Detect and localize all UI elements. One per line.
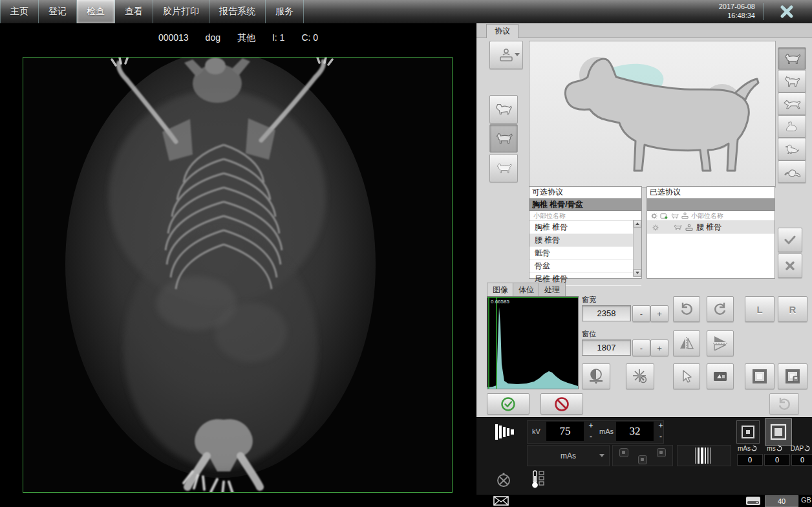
beam-icon: [495, 423, 515, 441]
annotation-tool-button[interactable]: [707, 363, 734, 389]
patient-id: 000013: [158, 32, 189, 44]
scroll-down-icon[interactable]: [634, 269, 641, 277]
exposure-mode-dropdown[interactable]: mAs: [527, 445, 610, 466]
dog-size-medium-button[interactable]: [489, 124, 518, 153]
aec-chamber-right-button[interactable]: [657, 448, 666, 457]
density-selector[interactable]: [677, 445, 731, 466]
dog-icon: [782, 52, 802, 66]
menu-item-view[interactable]: 查看: [115, 0, 153, 23]
window-level-value[interactable]: 1807: [582, 340, 631, 356]
image-viewer[interactable]: 000013 dog 其他 I: 1 C: 0: [0, 23, 476, 495]
topbar-separator: [764, 3, 764, 20]
species-cat-button[interactable]: [778, 70, 806, 92]
save-image-button[interactable]: [778, 363, 807, 389]
tab-position[interactable]: 体位: [513, 283, 540, 297]
reset-button[interactable]: [769, 393, 799, 415]
species-reptile-button[interactable]: [778, 160, 806, 183]
menu-item-film-print[interactable]: 胶片打印: [153, 0, 209, 23]
mas-value: 32: [616, 422, 654, 441]
rotate-ccw-button[interactable]: [673, 296, 700, 322]
pointer-tool-button[interactable]: [673, 363, 700, 389]
species-dog-button[interactable]: [778, 47, 806, 70]
close-button[interactable]: [773, 3, 800, 21]
square-frame-icon: [752, 369, 767, 384]
ms-gauge-value: 0: [764, 454, 790, 466]
menu-item-service[interactable]: 服务: [266, 0, 304, 23]
aec-chamber-left-button[interactable]: [619, 448, 628, 457]
menu-item-exam[interactable]: 检查: [77, 0, 115, 23]
menu-item-register[interactable]: 登记: [39, 0, 77, 23]
scroll-up-icon[interactable]: [634, 220, 641, 228]
anatomy-diagram[interactable]: [529, 41, 776, 188]
dap-gauge-label: DAP: [788, 445, 812, 452]
cursor-icon: [680, 369, 693, 383]
selected-protocol-label: 腰 椎骨: [696, 221, 721, 233]
enhance-button[interactable]: [626, 363, 654, 389]
message-envelope-icon[interactable]: [493, 496, 509, 506]
selected-protocols-title: 已选协议: [647, 187, 775, 199]
tab-processing[interactable]: 处理: [539, 283, 566, 297]
kv-plus-button[interactable]: +: [585, 420, 597, 430]
window-width-label: 窗宽: [582, 295, 596, 305]
dog-size-small-button[interactable]: [489, 154, 518, 182]
contrast-button[interactable]: [582, 363, 610, 389]
protocol-item-lumbar[interactable]: 腰 椎骨: [529, 234, 641, 247]
protocol-item-sacrum[interactable]: 骶骨: [529, 247, 641, 260]
date-text: 2017-06-08: [719, 2, 755, 11]
rotate-cw-button[interactable]: [707, 296, 734, 322]
window-level-minus-button[interactable]: -: [632, 340, 650, 356]
menu-item-report-system[interactable]: 报告系统: [209, 0, 266, 23]
flip-horizontal-icon: [679, 336, 694, 351]
flip-horizontal-button[interactable]: [673, 330, 700, 356]
species-rabbit-button[interactable]: [778, 115, 806, 138]
flip-vertical-button[interactable]: [707, 330, 734, 356]
dog-size-large-button[interactable]: [489, 95, 518, 124]
dog-mini-icon: [670, 213, 679, 219]
time-text: 16:48:34: [719, 11, 755, 20]
histogram[interactable]: 0.66585: [487, 296, 579, 389]
protocol-group-header[interactable]: 胸椎 椎骨/骨盆: [529, 199, 641, 211]
tab-image[interactable]: 图像: [487, 283, 514, 297]
reject-icon: [554, 396, 570, 412]
histogram-marker-value: 0.66585: [491, 299, 509, 305]
focal-spot-small-button[interactable]: [736, 420, 760, 444]
available-list-scrollbar[interactable]: [633, 220, 641, 277]
dog-silhouette-graphic: [529, 41, 774, 186]
chevron-down-icon: [515, 53, 520, 56]
exposure-mode-value: mAs: [561, 451, 576, 460]
marker-right-button[interactable]: R: [778, 296, 807, 322]
window-level-plus-button[interactable]: +: [650, 340, 668, 356]
menu-item-home[interactable]: 主页: [0, 0, 39, 23]
mas-minus-button[interactable]: -: [655, 431, 667, 441]
window-width-plus-button[interactable]: +: [650, 305, 668, 322]
table-mini-icon: [681, 212, 689, 219]
mas-plus-button[interactable]: +: [655, 420, 667, 430]
accept-image-button[interactable]: [487, 393, 529, 415]
flip-vertical-icon: [712, 336, 728, 351]
radiograph-image[interactable]: [23, 57, 453, 493]
border-view-button[interactable]: [745, 363, 775, 389]
patient-position-button[interactable]: [489, 41, 523, 69]
focal-spot-large-button[interactable]: [765, 418, 792, 446]
aec-chamber-selector: [612, 445, 673, 466]
kv-minus-button[interactable]: -: [585, 431, 597, 441]
marker-left-button[interactable]: L: [745, 296, 775, 322]
aec-chamber-center-button[interactable]: [638, 455, 647, 464]
window-width-value[interactable]: 2358: [582, 305, 631, 321]
dog-mini-icon: [673, 224, 682, 231]
remove-protocol-button[interactable]: [778, 253, 802, 278]
species-bird-button[interactable]: [778, 138, 806, 160]
rotate-cw-icon: [713, 302, 727, 316]
protocol-item-thoracic[interactable]: 胸椎 椎骨: [529, 221, 641, 234]
confirm-protocol-button[interactable]: [778, 228, 802, 252]
mas-gauge-value: 0: [737, 454, 763, 466]
protocol-item-pelvis[interactable]: 骨盆: [529, 260, 641, 273]
selected-protocol-row[interactable]: 腰 椎骨: [647, 221, 775, 234]
window-width-minus-button[interactable]: -: [632, 305, 650, 322]
species-horse-button[interactable]: [778, 92, 806, 115]
gear-icon: [651, 213, 657, 219]
reject-image-button[interactable]: [540, 393, 583, 415]
tab-protocol[interactable]: 协议: [486, 24, 518, 38]
image-header: 000013 dog 其他 I: 1 C: 0: [0, 32, 476, 44]
kv-label: kV: [532, 427, 540, 435]
